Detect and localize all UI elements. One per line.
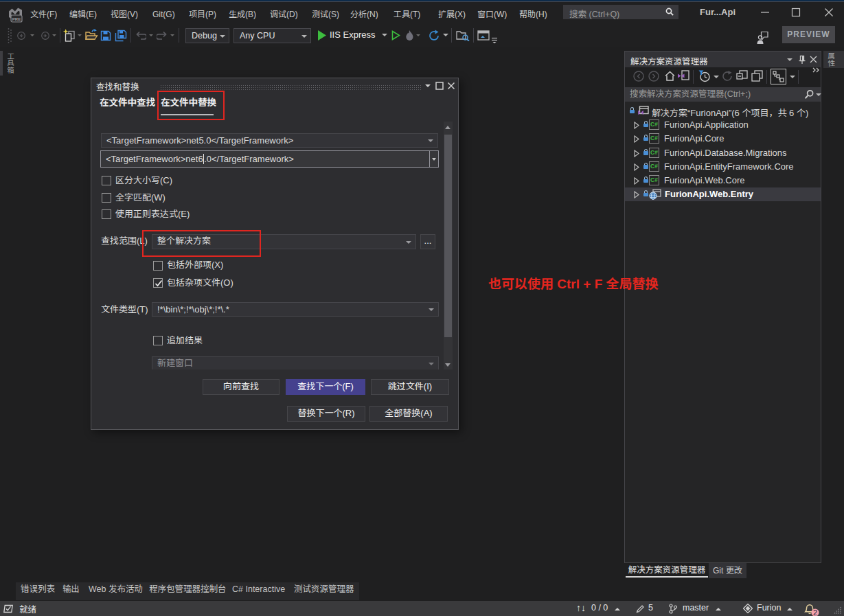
svg-text:PRE: PRE xyxy=(12,17,21,21)
svg-text:2: 2 xyxy=(813,608,817,616)
